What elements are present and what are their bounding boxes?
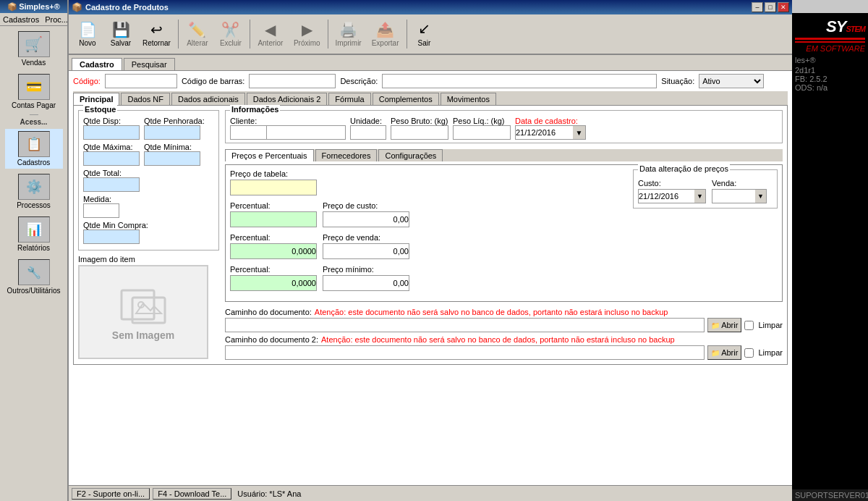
doc2-input[interactable] [225, 345, 705, 360]
tab-dadosadicionais2[interactable]: Dados Adicionais 2 [247, 93, 328, 105]
tab-formula[interactable]: Fórmula [328, 93, 370, 105]
main-area: 📦 Cadastro de Produtos – □ ✕ 📄 Novo [69, 0, 792, 501]
sidebar-item-outros[interactable]: 🔧 Outros/Utilitários [5, 257, 63, 297]
toolbar-imprimir[interactable]: 🖨️ Imprimir [331, 20, 366, 49]
data-cadastro-calendar-btn[interactable]: ▼ [573, 125, 586, 140]
preco-venda-input[interactable] [323, 243, 409, 259]
toolbar-proximo[interactable]: ▶ Próximo [289, 20, 325, 49]
f2-btn[interactable]: F2 - Suporte on-li... [72, 488, 150, 500]
toolbar-salvar[interactable]: 💾 Salvar [105, 20, 137, 49]
percentual1-input[interactable] [230, 211, 317, 227]
qtde-disp-input[interactable] [83, 125, 140, 140]
toolbar-novo[interactable]: 📄 Novo [72, 20, 103, 49]
maximize-button[interactable]: □ [765, 2, 776, 12]
qtde-total-input[interactable] [83, 177, 140, 192]
qtde-penhorada-label: Qtde Penhorada: [144, 117, 205, 125]
toolbar-alterar[interactable]: ✏️ Alterar [182, 20, 213, 49]
percentual1-label: Percentual: [230, 201, 317, 210]
bottom-bar: F2 - Suporte on-li... F4 - Download Te..… [69, 485, 792, 501]
peso-liq-input[interactable] [453, 125, 511, 140]
tab-cadastro[interactable]: Cadastro [72, 58, 122, 70]
tab-configuracoes[interactable]: Configurações [378, 149, 443, 161]
tab-principal[interactable]: Principal [73, 93, 119, 105]
preco-custo-label: Preço de custo: [323, 201, 409, 210]
qtde-minima-input[interactable] [144, 151, 200, 166]
doc2-abrir-btn[interactable]: 📁 Abrir [707, 345, 741, 360]
unidade-input[interactable] [350, 125, 386, 140]
cliente-input[interactable] [230, 125, 266, 140]
venda-date-input[interactable] [712, 189, 755, 203]
preco-custo-input[interactable] [323, 211, 409, 227]
doc1-limpar-label: Limpar [758, 321, 783, 329]
excluir-icon: ✂️ [221, 21, 239, 38]
medida-input[interactable] [83, 203, 119, 218]
doc1-row: Caminho do documento: Atenção: este docu… [225, 308, 783, 332]
f4-btn[interactable]: F4 - Download Te... [153, 488, 231, 500]
anterior-label: Anterior [258, 39, 283, 47]
codigo-label: Código: [73, 77, 101, 85]
sidebar-item-contaspagar[interactable]: 💳 Contas Pagar [5, 72, 63, 111]
tab-fornecedores[interactable]: Fornecedores [315, 149, 378, 161]
preco-minimo-input[interactable] [323, 275, 409, 291]
toolbar-retornar[interactable]: ↩ Retornar [138, 20, 175, 49]
percentual2-input[interactable] [230, 243, 317, 259]
situacao-select[interactable]: Ativo Inativo [699, 74, 764, 88]
sidebar-item-processos[interactable]: ⚙️ Processos [5, 172, 63, 211]
percentual3-input[interactable] [230, 275, 317, 291]
informacoes-label: Informações [230, 105, 280, 114]
toolbar-excluir[interactable]: ✂️ Excluir [215, 20, 247, 49]
tab-movimentos[interactable]: Movimentos [441, 93, 496, 105]
menu-cadastros[interactable]: Cadastros [3, 15, 39, 24]
sidebar-item-vendas[interactable]: 🛒 Vendas [5, 29, 63, 69]
qtde-maxima-input[interactable] [83, 151, 140, 166]
data-cadastro-input[interactable] [515, 125, 573, 140]
cliente-name-input[interactable] [266, 125, 346, 140]
venda-date-btn[interactable]: ▼ [755, 189, 767, 203]
tab-dadosadicionais[interactable]: Dados adicionais [171, 93, 245, 105]
doc1-abrir-btn[interactable]: 📁 Abrir [707, 318, 741, 332]
preco-venda-label: Preço de venda: [323, 233, 409, 242]
codigo-input[interactable] [105, 74, 177, 88]
minimize-button[interactable]: – [752, 2, 763, 12]
sidebar-app-name: Simples+® [19, 2, 60, 11]
doc2-limpar-check[interactable] [744, 348, 754, 358]
doc1-input[interactable] [225, 318, 705, 332]
peso-liq-label: Peso Líq.: (kg) [453, 117, 511, 125]
custo-date-input[interactable] [638, 189, 694, 203]
novo-label: Novo [79, 39, 95, 47]
exportar-icon: 📤 [376, 21, 394, 38]
proximo-label: Próximo [294, 39, 320, 47]
vendas-label: Vendas [22, 59, 46, 67]
qtde-min-compra-label: Qtde Min Compra: [83, 221, 214, 230]
preco-tabela-input[interactable] [230, 180, 317, 195]
peso-bruto-input[interactable] [391, 125, 448, 140]
tab-dadosnf[interactable]: Dados NF [121, 93, 170, 105]
custo-date-btn[interactable]: ▼ [694, 189, 706, 203]
descricao-input[interactable] [382, 74, 657, 88]
tab-precos[interactable]: Preços e Percentuais [225, 149, 314, 161]
sidebar-item-cadastros[interactable]: 📋 Cadastros [5, 129, 63, 169]
tab-complementos[interactable]: Complementos [373, 93, 439, 105]
qtde-min-compra-input[interactable] [83, 230, 140, 244]
toolbar-sair[interactable]: ↗ Sair [410, 20, 439, 49]
qtde-penhorada-input[interactable] [144, 125, 200, 140]
documento-section: Caminho do documento: Atenção: este docu… [225, 308, 783, 360]
toolbar-exportar[interactable]: 📤 Exportar [367, 20, 404, 49]
cliente-label: Cliente: [230, 117, 346, 125]
salvar-label: Salvar [111, 39, 131, 47]
doc1-limpar-check[interactable] [744, 321, 754, 330]
window-icon: 📦 [72, 2, 82, 12]
tab-pesquisar[interactable]: Pesquisar [124, 58, 175, 70]
header-fields: Código: Código de barras: Descrição: Sit… [73, 74, 788, 88]
image-placeholder-icon [118, 283, 169, 327]
toolbar-anterior[interactable]: ◀ Anterior [253, 20, 288, 49]
sidebar-access-label: Acess... [20, 118, 48, 126]
svg-marker-2 [136, 303, 161, 313]
informacoes-group: Informações Cliente: [225, 110, 783, 143]
rp-info2: 2d1r1 [792, 66, 868, 75]
sidebar-item-relatorios[interactable]: 📊 Relatórios [5, 214, 63, 254]
menu-proc[interactable]: Proc... [45, 15, 68, 24]
barras-input[interactable] [249, 74, 336, 88]
excluir-label: Excluir [220, 39, 242, 47]
close-button[interactable]: ✕ [778, 2, 789, 12]
